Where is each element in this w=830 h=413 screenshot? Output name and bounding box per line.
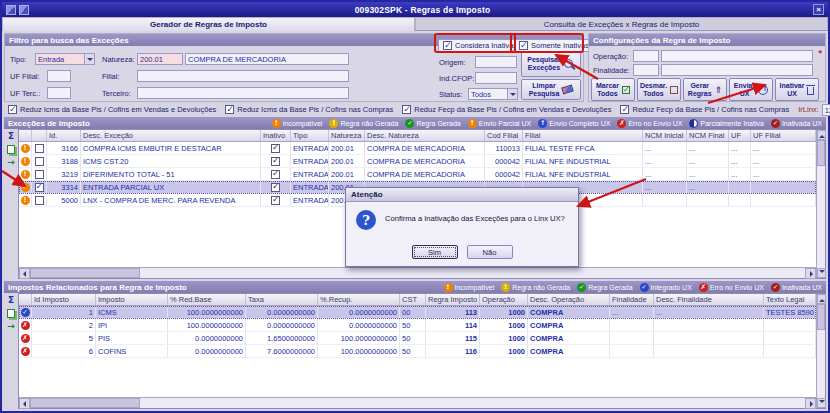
scroll-down-icon[interactable] (817, 398, 826, 408)
operacao-desc-input[interactable] (661, 50, 813, 62)
col-texto-legal[interactable]: Texto Legal (764, 294, 816, 305)
uf-filial-input[interactable] (47, 70, 71, 82)
scroll-right-icon[interactable] (805, 398, 816, 409)
col-red-base[interactable]: % Red.Base (168, 294, 246, 305)
tipo-select[interactable]: Entrada (35, 53, 95, 65)
dialog-titlebar[interactable]: Atenção (346, 188, 578, 202)
taxes-vscrollbar[interactable] (816, 294, 825, 408)
scrollbar-thumb[interactable] (30, 398, 140, 408)
operacao-code-input[interactable] (633, 50, 659, 62)
natureza-code-input[interactable]: 200.01 (137, 53, 183, 65)
checkbox-icon[interactable] (402, 105, 411, 114)
filial-input[interactable] (137, 70, 349, 82)
gerar-regras-button[interactable]: Gerar Regras (683, 78, 727, 101)
tax-row[interactable]: 5 PIS 0.0000000000 1.6500000000 100.0000… (19, 332, 816, 345)
col-finalidade[interactable]: Finalidade (610, 294, 654, 305)
chevron-down-icon[interactable] (84, 54, 94, 64)
taxes-hscrollbar[interactable] (19, 397, 816, 408)
reduz-fecp-compras-checkbox[interactable]: Reduz Fecp da Base Pis / Cofins nas Comp… (620, 105, 789, 114)
app-tools-icon[interactable] (19, 5, 29, 15)
scroll-up-icon[interactable] (817, 130, 826, 140)
col-desc-natureza[interactable]: Desc. Natureza (365, 130, 485, 141)
row-select-checkbox[interactable] (35, 196, 44, 205)
pesquisar-excecoes-button[interactable]: Pesquisar Exceções (521, 51, 581, 77)
row-select-checkbox[interactable] (35, 144, 44, 153)
scroll-left-icon[interactable] (19, 268, 30, 279)
inativo-checkbox[interactable] (271, 170, 280, 179)
col-operacao[interactable]: Operação (480, 294, 528, 305)
export-icon[interactable] (7, 322, 15, 331)
scrollbar-thumb[interactable] (817, 140, 825, 166)
col-cst[interactable]: CST (400, 294, 426, 305)
copy-icon[interactable] (7, 309, 15, 318)
finalidade-code-input[interactable] (633, 64, 659, 76)
finalidade-desc-input[interactable] (661, 64, 813, 76)
origem-input[interactable] (475, 56, 517, 68)
reduz-icms-vendas-checkbox[interactable]: Reduz Icms da Base Pis / Cofins em Venda… (8, 105, 216, 114)
col-desc-finalidade[interactable]: Desc. Finalidade (654, 294, 764, 305)
export-icon[interactable] (7, 158, 15, 167)
tab-consulta-excecoes[interactable]: Consulta de Exceções x Regras de Imposto (415, 17, 828, 31)
col-natureza[interactable]: Natureza (329, 130, 365, 141)
checkbox-icon[interactable] (8, 105, 17, 114)
copy-icon[interactable] (7, 145, 15, 154)
col-uf-filial[interactable]: UF Filial (751, 130, 816, 141)
inativo-checkbox[interactable] (271, 144, 280, 153)
chevron-down-icon[interactable] (507, 89, 517, 99)
terceiro-input[interactable] (137, 87, 349, 99)
scrollbar-thumb[interactable] (817, 304, 825, 330)
tax-row-selected[interactable]: 1 ICMS 100.0000000000 0.0000000000 0.000… (19, 306, 816, 319)
uf-terc-input[interactable] (47, 87, 71, 99)
col-desc-excecao[interactable]: Desc. Exceção (81, 130, 261, 141)
status-select[interactable]: Todos (468, 88, 518, 100)
natureza-desc-input[interactable]: COMPRA DE MERCADORIA (185, 53, 349, 65)
col-recup[interactable]: %.Recup. (318, 294, 400, 305)
exception-row[interactable]: 3166 COMPRA ICMS EMBUTIR E DESTACAR ENTR… (19, 142, 816, 155)
checkbox-icon[interactable] (225, 105, 234, 114)
scroll-right-icon[interactable] (805, 268, 816, 279)
inativo-checkbox[interactable] (271, 183, 280, 192)
considera-inativas-checkbox[interactable]: Considera Inativas (438, 39, 522, 52)
col-imposto[interactable]: Imposto (96, 294, 168, 305)
col-cod-filial[interactable]: Cod Filial (485, 130, 523, 141)
col-ncm-final[interactable]: NCM Final (687, 130, 729, 141)
col-id-imposto[interactable]: Id Imposto (32, 294, 96, 305)
inativo-checkbox[interactable] (271, 196, 280, 205)
checkbox-icon[interactable] (443, 41, 452, 50)
exceptions-hscrollbar[interactable] (19, 267, 816, 278)
checkbox-icon[interactable] (519, 41, 528, 50)
exception-row[interactable]: 3188 ICMS CST.20 ENTRADA 200.01 COMPRA D… (19, 155, 816, 168)
col-taxa[interactable]: Taxa (246, 294, 318, 305)
reduz-fecp-vendas-checkbox[interactable]: Reduz Fecp da Base Pis / Cofins em Venda… (402, 105, 611, 114)
col-ncm-inicial[interactable]: NCM Inicial (643, 130, 687, 141)
tax-row[interactable]: 2 IPI 100.0000000000 0.0000000000 0.0000… (19, 319, 816, 332)
row-select-checkbox[interactable] (35, 157, 44, 166)
enviar-ux-button[interactable]: Enviar UX (729, 78, 773, 101)
row-select-checkbox[interactable] (35, 170, 44, 179)
scroll-left-icon[interactable] (19, 398, 30, 409)
checkbox-icon[interactable] (620, 105, 629, 114)
limpar-pesquisa-button[interactable]: Limpar Pesquisa (521, 79, 581, 100)
sigma-icon[interactable] (8, 296, 14, 305)
ind-cfop-input[interactable] (475, 72, 517, 84)
inativar-ux-button[interactable]: Inativar UX (775, 78, 819, 101)
col-id[interactable]: Id. (47, 130, 81, 141)
no-button[interactable]: Não (467, 245, 513, 259)
scroll-up-icon[interactable] (817, 294, 826, 304)
col-filial[interactable]: Filial (523, 130, 643, 141)
exception-row[interactable]: 3219 DIFERIMENTO TOTAL - 51 ENTRADA 200.… (19, 168, 816, 181)
inativo-checkbox[interactable] (271, 157, 280, 166)
col-desc-operacao[interactable]: Desc. Operação (528, 294, 610, 305)
desmarcar-todos-button[interactable]: Desmar. Todos (637, 78, 681, 101)
sigma-icon[interactable] (8, 132, 14, 141)
col-regra-imposto[interactable]: Regra Imposto (426, 294, 480, 305)
col-inativo[interactable]: Inativo (261, 130, 291, 141)
yes-button[interactable]: Sim (412, 245, 458, 259)
col-tipo[interactable]: Tipo (291, 130, 329, 141)
exceptions-vscrollbar[interactable] (816, 130, 825, 278)
tax-row[interactable]: 6 COFINS 0.0000000000 7.6000000000 100.0… (19, 345, 816, 358)
tab-gerador-regras[interactable]: Gerador de Regras de Imposto (2, 17, 415, 31)
scrollbar-thumb[interactable] (30, 268, 140, 278)
col-uf[interactable]: UF (729, 130, 751, 141)
row-select-checkbox[interactable] (35, 183, 44, 192)
